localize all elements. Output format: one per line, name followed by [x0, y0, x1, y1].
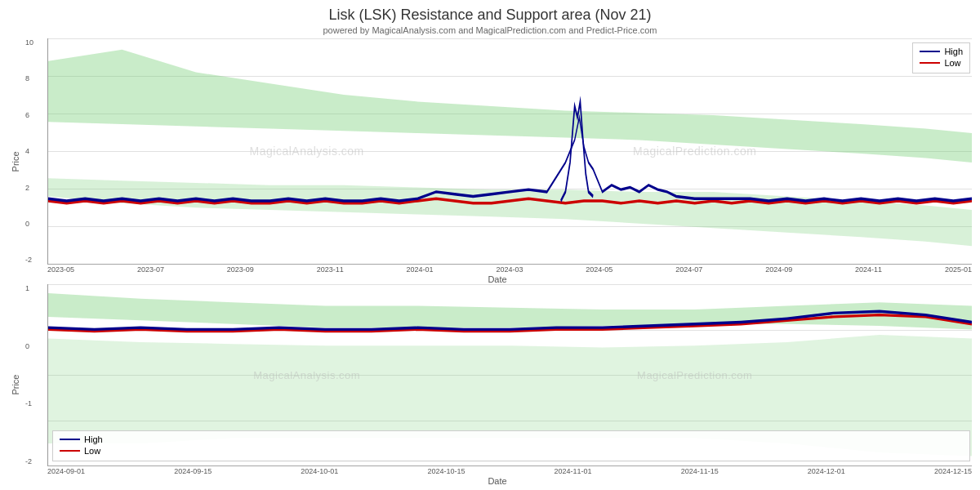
y-tick-neg2: -2	[25, 256, 33, 264]
bottom-legend: High Low	[52, 430, 970, 461]
bx-tick-7: 2024-12-01	[808, 467, 845, 475]
y-tick-8: 8	[25, 74, 33, 82]
svg-marker-4	[48, 293, 972, 329]
legend-line-high	[920, 51, 940, 52]
subtitle: powered by MagicalAnalysis.com and Magic…	[0, 25, 980, 38]
bottom-legend-line-low	[60, 450, 80, 452]
legend-line-low	[920, 62, 940, 64]
legend-item-high: High	[920, 47, 963, 56]
legend-label-high: High	[944, 47, 963, 56]
y-tick-6: 6	[25, 111, 33, 119]
x-tick-7: 2024-05	[586, 265, 612, 274]
x-tick-9: 2024-09	[765, 265, 792, 274]
bottom-legend-item-low: Low	[60, 446, 963, 456]
bottom-legend-line-high	[60, 439, 80, 440]
x-tick-3: 2023-09	[227, 265, 254, 274]
top-chart-svg	[48, 38, 972, 264]
bx-tick-6: 2024-11-15	[681, 467, 719, 475]
bottom-legend-label-low: Low	[84, 446, 100, 456]
y-tick-0: 0	[25, 220, 33, 228]
bottom-legend-label-high: High	[84, 434, 103, 444]
y-tick-4: 4	[25, 147, 33, 155]
by-tick-neg1: -1	[25, 399, 32, 408]
y-tick-10: 10	[25, 38, 33, 47]
bottom-chart-container: Price 1 0 -1 -2	[8, 284, 972, 486]
bottom-chart-area: 1 0 -1 -2 MagicalAnalysis.com MagicalPre…	[47, 284, 972, 466]
x-tick-5: 2024-01	[407, 265, 434, 274]
legend-label-low: Low	[944, 58, 960, 68]
by-tick-neg2: -2	[25, 457, 32, 466]
charts-wrapper: Price 10 8 6 4	[0, 38, 980, 490]
x-tick-11: 2025-01	[945, 265, 972, 274]
main-title: Lisk (LSK) Resistance and Support area (…	[0, 0, 980, 25]
x-tick-2: 2023-07	[137, 265, 164, 274]
by-tick-1: 1	[25, 284, 32, 292]
top-y-axis-label: Price	[8, 38, 23, 284]
x-tick-4: 2023-11	[317, 265, 344, 274]
y-tick-2: 2	[25, 184, 33, 192]
bx-tick-4: 2024-10-15	[427, 467, 465, 475]
top-x-axis-title: Date	[23, 274, 972, 284]
bottom-legend-item-high: High	[60, 434, 963, 444]
bx-tick-3: 2024-10-01	[301, 467, 338, 475]
bx-tick-8: 2024-12-15	[934, 467, 972, 475]
bx-tick-5: 2024-11-01	[555, 467, 592, 475]
bx-tick-1: 2024-09-01	[47, 467, 85, 475]
page-container: Lisk (LSK) Resistance and Support area (…	[0, 0, 980, 490]
legend-item-low: Low	[920, 58, 963, 68]
x-tick-6: 2024-03	[496, 265, 523, 274]
top-legend: High Low	[912, 42, 970, 74]
x-tick-1: 2023-05	[47, 265, 74, 274]
svg-marker-2	[48, 178, 972, 246]
bottom-y-axis-label: Price	[8, 284, 23, 486]
x-tick-10: 2024-11	[855, 265, 882, 274]
svg-marker-1	[48, 50, 972, 163]
bottom-x-axis-title: Date	[23, 476, 972, 486]
top-chart-area: 10 8 6 4 2 0 -2 MagicalAnalysis.com Magi…	[47, 38, 972, 265]
by-tick-0: 0	[25, 342, 32, 350]
x-tick-8: 2024-07	[675, 265, 702, 274]
bx-tick-2: 2024-09-15	[174, 467, 212, 475]
top-chart-container: Price 10 8 6 4	[8, 38, 972, 284]
